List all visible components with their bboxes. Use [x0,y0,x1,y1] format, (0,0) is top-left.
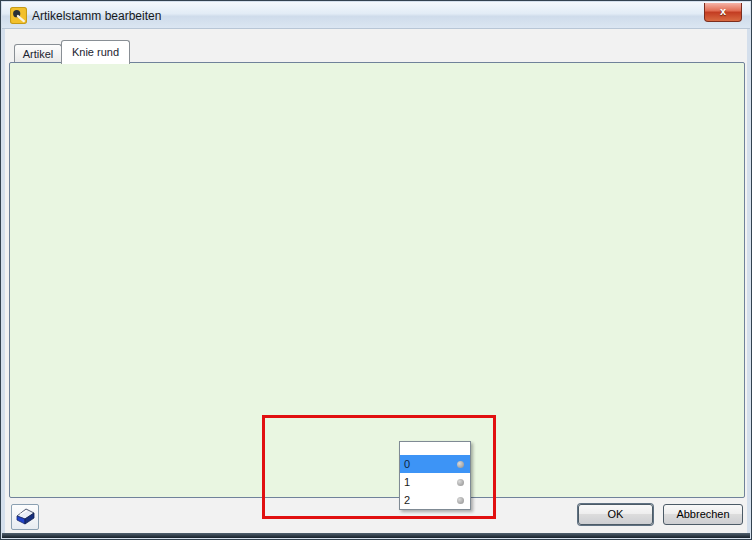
option-dot-icon [457,479,464,486]
dropdown-option-2-text: 2 [404,494,410,506]
close-button[interactable]: x [704,3,742,22]
title-bar: Artikelstamm bearbeiten x [2,2,750,29]
eraser-icon [12,505,38,529]
option-dot-icon [457,461,464,468]
tab-knie-rund[interactable]: Knie rund [61,40,130,64]
option-dot-icon [457,497,464,504]
tab-page [9,62,745,498]
dropdown-option-1[interactable]: 1 [400,473,470,491]
app-icon [10,7,27,24]
dropdown-option-1-text: 1 [404,476,410,488]
biegerichtung-dropdown-list: 0 1 2 [399,441,471,510]
dropdown-option-blank[interactable] [400,442,470,455]
eraser-button[interactable] [11,504,39,530]
dropdown-option-0[interactable]: 0 [400,455,470,473]
dropdown-option-0-text: 0 [404,458,410,470]
tab-artikel[interactable]: Artikel [14,44,62,63]
cancel-button[interactable]: Abbrechen [663,504,743,525]
ok-button[interactable]: OK [578,504,653,525]
window-title: Artikelstamm bearbeiten [32,9,161,23]
dialog-window: Artikelstamm bearbeiten x Artikel Knie r… [0,0,752,540]
dropdown-option-2[interactable]: 2 [400,491,470,509]
